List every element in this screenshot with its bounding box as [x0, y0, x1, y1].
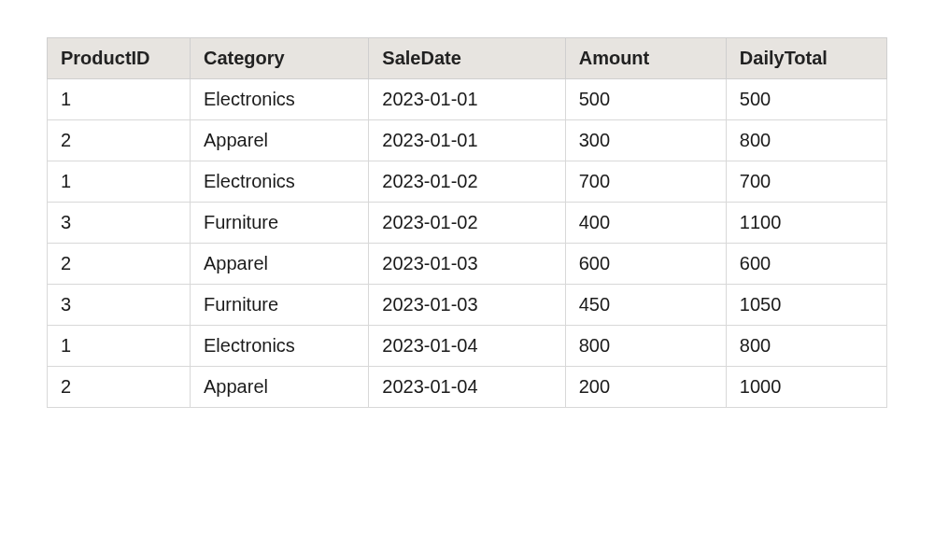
cell-amount: 200: [565, 367, 726, 408]
cell-productid: 2: [48, 120, 191, 161]
cell-category: Furniture: [191, 285, 369, 326]
cell-productid: 1: [48, 79, 191, 120]
cell-saledate: 2023-01-02: [369, 161, 565, 203]
cell-category: Furniture: [191, 203, 369, 244]
header-productid: ProductID: [48, 38, 191, 79]
cell-productid: 1: [48, 326, 191, 367]
table-row: 1 Electronics 2023-01-02 700 700: [48, 161, 887, 203]
cell-amount: 500: [565, 79, 726, 120]
sales-table: ProductID Category SaleDate Amount Daily…: [47, 37, 887, 408]
cell-productid: 2: [48, 244, 191, 285]
cell-saledate: 2023-01-04: [369, 367, 565, 408]
cell-amount: 700: [565, 161, 726, 203]
cell-dailytotal: 800: [726, 120, 886, 161]
cell-dailytotal: 500: [726, 79, 886, 120]
cell-saledate: 2023-01-01: [369, 120, 565, 161]
table-row: 3 Furniture 2023-01-02 400 1100: [48, 203, 887, 244]
header-amount: Amount: [565, 38, 726, 79]
cell-dailytotal: 800: [726, 326, 886, 367]
cell-saledate: 2023-01-03: [369, 285, 565, 326]
cell-category: Electronics: [191, 79, 369, 120]
cell-productid: 3: [48, 285, 191, 326]
cell-category: Apparel: [191, 367, 369, 408]
cell-productid: 2: [48, 367, 191, 408]
cell-saledate: 2023-01-03: [369, 244, 565, 285]
table-row: 1 Electronics 2023-01-01 500 500: [48, 79, 887, 120]
cell-amount: 600: [565, 244, 726, 285]
cell-dailytotal: 700: [726, 161, 886, 203]
header-saledate: SaleDate: [369, 38, 565, 79]
cell-amount: 400: [565, 203, 726, 244]
table-header-row: ProductID Category SaleDate Amount Daily…: [48, 38, 887, 79]
table-row: 3 Furniture 2023-01-03 450 1050: [48, 285, 887, 326]
table-row: 2 Apparel 2023-01-01 300 800: [48, 120, 887, 161]
cell-productid: 1: [48, 161, 191, 203]
cell-category: Electronics: [191, 326, 369, 367]
cell-dailytotal: 1050: [726, 285, 886, 326]
header-dailytotal: DailyTotal: [726, 38, 886, 79]
cell-saledate: 2023-01-02: [369, 203, 565, 244]
cell-dailytotal: 600: [726, 244, 886, 285]
table-row: 2 Apparel 2023-01-04 200 1000: [48, 367, 887, 408]
cell-saledate: 2023-01-01: [369, 79, 565, 120]
cell-productid: 3: [48, 203, 191, 244]
cell-category: Electronics: [191, 161, 369, 203]
cell-amount: 450: [565, 285, 726, 326]
cell-category: Apparel: [191, 244, 369, 285]
cell-amount: 300: [565, 120, 726, 161]
table-row: 1 Electronics 2023-01-04 800 800: [48, 326, 887, 367]
table-row: 2 Apparel 2023-01-03 600 600: [48, 244, 887, 285]
cell-dailytotal: 1000: [726, 367, 886, 408]
cell-amount: 800: [565, 326, 726, 367]
header-category: Category: [191, 38, 369, 79]
cell-category: Apparel: [191, 120, 369, 161]
cell-saledate: 2023-01-04: [369, 326, 565, 367]
cell-dailytotal: 1100: [726, 203, 886, 244]
